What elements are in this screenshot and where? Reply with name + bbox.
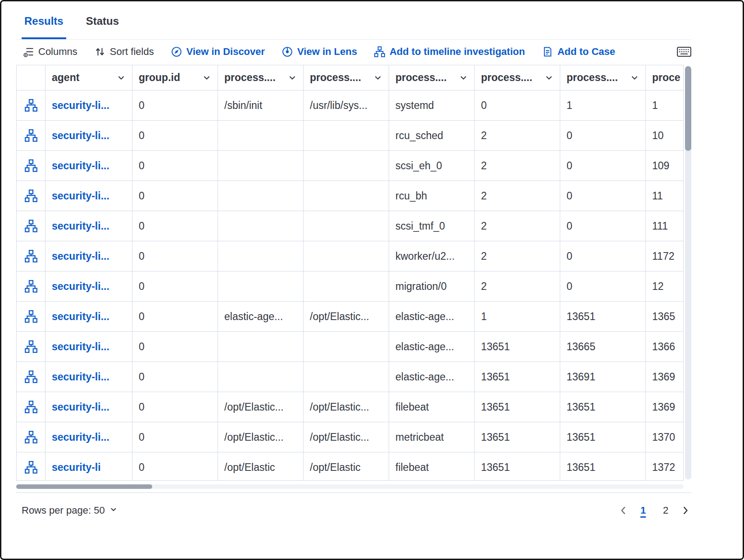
page-1-button[interactable]: 1 xyxy=(635,503,651,518)
grid-cell: 13651 xyxy=(475,422,560,452)
column-header-process-6[interactable]: proce xyxy=(646,65,684,90)
grid-cell: filebeat xyxy=(389,452,475,481)
sort-icon xyxy=(95,46,105,57)
column-header-process-5[interactable]: process.... xyxy=(560,65,646,90)
agent-link[interactable]: security-li... xyxy=(52,371,109,383)
grid-cell: 0 xyxy=(132,302,218,332)
grid-cell: 0 xyxy=(132,452,218,481)
agent-link[interactable]: security-li... xyxy=(52,250,109,262)
column-header-process-1[interactable]: process.... xyxy=(218,65,304,90)
grid-cell: 1365 xyxy=(646,302,684,332)
agent-link[interactable]: security-li... xyxy=(52,280,109,292)
grid-cell: scsi_eh_0 xyxy=(389,151,475,181)
row-timeline-button[interactable] xyxy=(17,392,45,422)
grid-cell xyxy=(218,332,304,362)
row-timeline-button[interactable] xyxy=(17,121,45,151)
grid-cell: filebeat xyxy=(389,392,475,422)
column-header-process-2[interactable]: process.... xyxy=(304,65,389,90)
agent-link[interactable]: security-li... xyxy=(52,401,109,413)
grid-cell: security-li... xyxy=(45,211,132,241)
row-timeline-button[interactable] xyxy=(17,151,45,181)
vertical-scrollbar[interactable] xyxy=(685,66,691,479)
grid-cell: 13651 xyxy=(475,332,560,362)
agent-link[interactable]: security-li... xyxy=(52,130,109,141)
row-timeline-button[interactable] xyxy=(17,181,45,211)
grid-cell: 0 xyxy=(132,332,218,362)
grid-cell: /opt/Elastic... xyxy=(218,392,304,422)
grid-cell: 0 xyxy=(132,121,218,151)
previous-page-button[interactable] xyxy=(618,506,628,515)
vertical-scrollbar-thumb[interactable] xyxy=(685,66,691,151)
rows-per-page-button[interactable]: Rows per page: 50 xyxy=(22,505,118,516)
view-in-discover-button[interactable]: View in Discover xyxy=(171,46,265,58)
grid-cell: 2 xyxy=(475,211,560,241)
view-in-lens-button[interactable]: View in Lens xyxy=(282,46,357,58)
agent-link[interactable]: security-li... xyxy=(52,190,109,202)
row-timeline-button[interactable] xyxy=(17,90,45,121)
grid-cell: 1 xyxy=(475,302,560,332)
next-page-button[interactable] xyxy=(680,506,690,515)
row-timeline-button[interactable] xyxy=(17,422,45,452)
grid-cell: 1366 xyxy=(646,332,684,362)
grid-cell: 0 xyxy=(132,271,218,302)
grid-cell: 0 xyxy=(132,90,218,121)
grid-cell xyxy=(218,121,304,151)
grid-cell: rcu_sched xyxy=(389,121,475,151)
row-timeline-button[interactable] xyxy=(17,452,45,481)
grid-cell xyxy=(304,211,389,241)
table-row: security-li0/opt/Elastic/opt/Elasticfile… xyxy=(17,452,684,481)
table-row: security-li...0scsi_tmf_020111 xyxy=(17,211,684,241)
agent-link[interactable]: security-li... xyxy=(52,341,109,352)
control-column-header xyxy=(17,65,45,90)
grid-cell: security-li... xyxy=(45,121,132,151)
column-header-agent[interactable]: agent xyxy=(45,65,132,90)
agent-link[interactable]: security-li... xyxy=(52,311,109,322)
row-timeline-button[interactable] xyxy=(17,362,45,392)
agent-link[interactable]: security-li... xyxy=(52,99,109,111)
row-timeline-button[interactable] xyxy=(17,302,45,332)
row-timeline-button[interactable] xyxy=(17,241,45,271)
column-header-group-id[interactable]: group.id xyxy=(132,65,218,90)
row-timeline-button[interactable] xyxy=(17,332,45,362)
keyboard-icon[interactable] xyxy=(677,46,691,57)
table-row: security-li...0rcu_sched2010 xyxy=(17,121,684,151)
table-row: security-li...0kworker/u2...201172 xyxy=(17,241,684,271)
grid-cell: /opt/Elastic... xyxy=(304,422,389,452)
column-header-process-3[interactable]: process.... xyxy=(389,65,475,90)
grid-cell: 1369 xyxy=(646,392,684,422)
tab-status[interactable]: Status xyxy=(83,15,122,39)
grid-cell xyxy=(218,181,304,211)
agent-link[interactable]: security-li xyxy=(52,461,101,473)
chevron-down-icon xyxy=(109,505,118,516)
agent-link[interactable]: security-li... xyxy=(52,431,109,443)
agent-link[interactable]: security-li... xyxy=(52,160,109,172)
grid-cell: 0 xyxy=(475,90,560,121)
grid-cell: 11 xyxy=(646,181,684,211)
horizontal-scrollbar-thumb[interactable] xyxy=(16,484,152,489)
add-to-timeline-button[interactable]: Add to timeline investigation xyxy=(374,46,525,58)
add-to-case-button[interactable]: Add to Case xyxy=(542,46,615,58)
grid-cell: security-li... xyxy=(45,422,132,452)
grid-cell: scsi_tmf_0 xyxy=(389,211,475,241)
tab-results[interactable]: Results xyxy=(22,15,66,39)
table-row: security-li...0/opt/Elastic.../opt/Elast… xyxy=(17,422,684,452)
add-to-timeline-label: Add to timeline investigation xyxy=(390,46,525,58)
grid-cell: 0 xyxy=(560,121,646,151)
grid-cell: 12 xyxy=(646,271,684,302)
column-header-process-4[interactable]: process.... xyxy=(475,65,560,90)
grid-cell: 13651 xyxy=(560,422,646,452)
page-2-button[interactable]: 2 xyxy=(658,503,673,518)
horizontal-scrollbar[interactable] xyxy=(16,481,684,492)
columns-button[interactable]: Columns xyxy=(23,46,77,58)
grid-cell: elastic-age... xyxy=(389,302,475,332)
grid-cell: 0 xyxy=(132,151,218,181)
discover-compass-icon xyxy=(171,46,182,57)
timeline-network-icon xyxy=(374,46,385,57)
sort-fields-button[interactable]: Sort fields xyxy=(95,46,154,58)
row-timeline-button[interactable] xyxy=(17,211,45,241)
agent-link[interactable]: security-li... xyxy=(52,220,109,232)
grid-cell xyxy=(218,211,304,241)
grid-cell: 13651 xyxy=(560,302,646,332)
row-timeline-button[interactable] xyxy=(17,271,45,302)
grid-cell: 2 xyxy=(475,271,560,302)
